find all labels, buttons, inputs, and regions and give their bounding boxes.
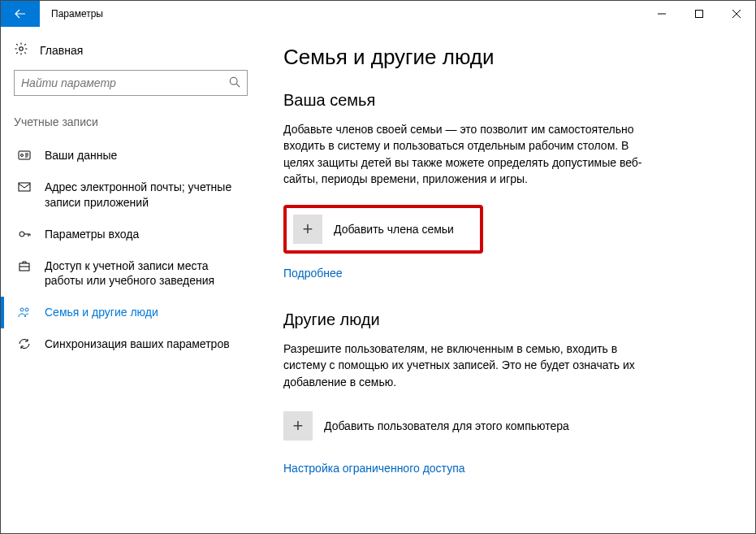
- sidebar-item-work-access[interactable]: Доступ к учетной записи места работы или…: [1, 250, 261, 297]
- others-heading: Другие люди: [283, 310, 731, 329]
- close-button[interactable]: [718, 1, 755, 27]
- nav-group-label: Учетные записи: [1, 111, 261, 140]
- gear-icon: [14, 41, 28, 59]
- maximize-button[interactable]: [680, 1, 718, 27]
- people-icon: [17, 306, 32, 319]
- search-box[interactable]: [14, 70, 248, 96]
- search-icon: [229, 76, 240, 90]
- sidebar-item-label: Ваши данные: [45, 148, 117, 163]
- add-other-label: Добавить пользователя для этого компьюте…: [324, 419, 569, 432]
- minimize-button[interactable]: [643, 1, 680, 27]
- svg-rect-0: [696, 11, 703, 18]
- mail-icon: [17, 180, 32, 193]
- search-input[interactable]: [21, 76, 229, 89]
- sync-icon: [17, 337, 32, 350]
- sidebar-item-email-accounts[interactable]: Адрес электронной почты; учетные записи …: [1, 171, 261, 219]
- sidebar-item-label: Доступ к учетной записи места работы или…: [45, 258, 248, 289]
- window-controls: [643, 1, 755, 27]
- sidebar-item-label: Параметры входа: [45, 227, 139, 242]
- back-arrow-icon: [14, 7, 27, 20]
- sidebar: Главная Учетные записи Ваши данные Адрес…: [1, 27, 261, 533]
- window-title: Параметры: [40, 8, 643, 20]
- add-other-user-button[interactable]: + Добавить пользователя для этого компью…: [283, 408, 673, 444]
- briefcase-icon: [17, 259, 32, 272]
- others-description: Разрешите пользователям, не включенным в…: [283, 341, 657, 390]
- svg-point-1: [19, 47, 24, 51]
- maximize-icon: [695, 10, 703, 18]
- content-area: Семья и другие люди Ваша семья Добавьте …: [261, 27, 755, 533]
- svg-rect-5: [19, 183, 30, 191]
- close-icon: [732, 10, 741, 18]
- key-icon: [17, 228, 32, 241]
- sidebar-item-label: Адрес электронной почты; учетные записи …: [45, 180, 248, 211]
- home-label: Главная: [40, 44, 83, 57]
- svg-point-8: [20, 308, 24, 311]
- add-family-member-button[interactable]: + Добавить члена семьи: [283, 205, 483, 254]
- svg-point-2: [230, 77, 237, 85]
- svg-point-6: [19, 232, 24, 237]
- add-family-label: Добавить члена семьи: [334, 223, 454, 236]
- minimize-icon: [658, 10, 666, 18]
- plus-icon: +: [283, 411, 313, 441]
- sidebar-item-family[interactable]: Семья и другие люди: [1, 297, 261, 328]
- plus-icon: +: [293, 215, 322, 244]
- id-card-icon: [17, 149, 32, 162]
- page-title: Семья и другие люди: [283, 45, 731, 70]
- sidebar-item-sync[interactable]: Синхронизация ваших параметров: [1, 328, 261, 360]
- titlebar: Параметры: [1, 1, 755, 27]
- sidebar-item-label: Семья и другие люди: [45, 305, 158, 320]
- sidebar-item-label: Синхронизация ваших параметров: [45, 336, 230, 352]
- learn-more-link[interactable]: Подробнее: [283, 267, 343, 280]
- svg-point-9: [25, 308, 28, 311]
- svg-point-4: [21, 154, 24, 157]
- sidebar-item-your-info[interactable]: Ваши данные: [1, 140, 261, 171]
- restricted-access-link[interactable]: Настройка ограниченного доступа: [283, 462, 465, 475]
- home-nav[interactable]: Главная: [1, 37, 261, 70]
- back-button[interactable]: [1, 1, 40, 27]
- family-description: Добавьте членов своей семьи — это позвол…: [283, 121, 657, 187]
- sidebar-item-signin-options[interactable]: Параметры входа: [1, 219, 261, 250]
- family-heading: Ваша семья: [283, 91, 731, 110]
